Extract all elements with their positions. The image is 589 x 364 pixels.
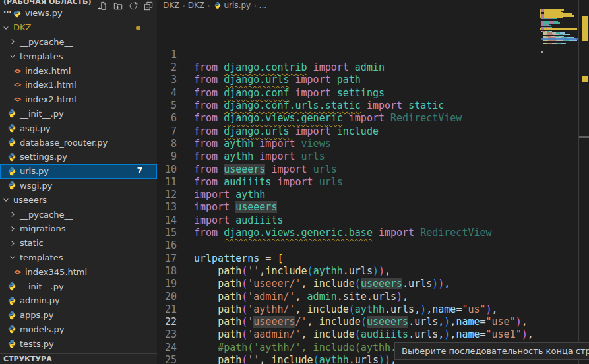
tree-item-apps-py[interactable]: apps.py <box>0 308 157 322</box>
breadcrumb-item[interactable]: urls.py <box>213 1 251 10</box>
collapse-all-icon[interactable] <box>144 1 153 11</box>
line-content: import audiiits <box>194 214 541 227</box>
code-line-4[interactable]: 4from django.conf import settings <box>157 87 541 100</box>
tree-item-label: __pycache__ <box>20 37 73 47</box>
line-content: import aythh <box>194 189 541 201</box>
line-content: from useeers import urls <box>194 164 541 176</box>
html-icon: <> <box>13 81 22 88</box>
editor-area: DKZ›DKZ›urls.py›... 12from django.contri… <box>157 0 589 364</box>
line-number: 14 <box>157 214 194 227</box>
tree-item-label: index.html <box>25 66 71 76</box>
tree-item-label: templates <box>20 253 63 262</box>
code-line-20[interactable]: 20 path('admin/', admin.site.urls), <box>157 291 541 303</box>
line-number: 6 <box>157 112 194 125</box>
code-line-2[interactable]: 2from django.contrib import admin <box>157 61 541 74</box>
line-number: 20 <box>157 291 194 303</box>
tree-item-migrations[interactable]: migrations <box>0 222 157 236</box>
modified-dot <box>136 26 140 30</box>
tree-item--pycache-[interactable]: __pycache__ <box>0 35 157 49</box>
tree-item-dkz[interactable]: DKZ <box>0 20 157 35</box>
tree-item-index345-html[interactable]: <>index345.html <box>0 264 157 279</box>
new-folder-icon[interactable] <box>113 1 123 11</box>
tree-item-urls-py[interactable]: urls.py7 <box>0 164 157 179</box>
indent-guide <box>199 228 199 364</box>
python-icon <box>7 138 16 147</box>
line-number: 8 <box>157 138 194 150</box>
python-icon <box>214 1 221 9</box>
tree-item-admin-py[interactable]: admin.py <box>0 293 157 308</box>
tree-item-label: tests.py <box>20 339 54 349</box>
breadcrumb: DKZ›DKZ›urls.py›... <box>157 0 589 11</box>
tree-item-index2-html[interactable]: <>index2.html <box>0 92 157 107</box>
tree-item--pycache-[interactable]: __pycache__ <box>0 207 157 222</box>
new-file-icon[interactable] <box>98 1 108 11</box>
line-content: from django.urls import path <box>194 74 541 86</box>
outline-section-header[interactable]: СТРУКТУРА <box>0 353 157 364</box>
refresh-icon[interactable] <box>129 1 138 11</box>
tree-item-settings-py[interactable]: settings.py <box>0 150 157 164</box>
tree-item-label: templates <box>20 51 63 61</box>
python-icon <box>7 339 16 348</box>
line-content: path('aadmin/', include(audiiits.urls,),… <box>194 328 541 341</box>
tree-item-index-html[interactable]: <>index.html <box>0 63 157 78</box>
code-line-22[interactable]: 22 path('useeers/', include(useeers.urls… <box>157 316 541 328</box>
line-number: 19 <box>157 278 194 290</box>
python-icon <box>7 167 16 176</box>
tree-item-asgi-py[interactable]: asgi.py <box>0 121 157 135</box>
breadcrumb-item[interactable]: DKZ <box>163 1 179 10</box>
tree-item-models-py[interactable]: models.py <box>0 322 157 337</box>
line-content <box>194 49 541 61</box>
code-line-19[interactable]: 19 path('useeer/', include(useeers.urls)… <box>157 278 541 290</box>
code-line-17[interactable]: 17urlpatterns = [ <box>157 253 541 265</box>
code-line-14[interactable]: 14import audiiits <box>157 214 541 227</box>
tree-item--init-py[interactable]: __init__.py <box>0 107 157 121</box>
code-editor[interactable]: 12from django.contrib import admin3from … <box>157 11 541 364</box>
line-number: 22 <box>157 316 194 328</box>
minimap-line <box>543 43 566 44</box>
code-line-6[interactable]: 6from django.views.generic import Redire… <box>157 112 541 125</box>
breadcrumb-separator: › <box>253 1 256 10</box>
code-line-3[interactable]: 3from django.urls import path <box>157 74 541 86</box>
line-number: 1 <box>157 49 194 61</box>
code-line-23[interactable]: 23 path('aadmin/', include(audiiits.urls… <box>157 328 541 341</box>
tree-item-static[interactable]: static <box>0 236 157 251</box>
breadcrumb-item[interactable]: ... <box>259 1 266 10</box>
problems-badge: 7 <box>137 166 142 175</box>
minimap-gutter-warning <box>540 16 541 18</box>
code-line-5[interactable]: 5from django.conf.urls.static import sta… <box>157 100 541 112</box>
code-lines: 12from django.contrib import admin3from … <box>157 49 541 364</box>
overview-ruler[interactable] <box>578 0 589 364</box>
code-line-18[interactable]: 18 path('',include(aythh.urls)), <box>157 265 541 278</box>
tree-item-wsgi-py[interactable]: wsgi.py <box>0 179 157 193</box>
workspace-title: (РАБОЧАЯ ОБЛАСТЬ) ... <box>3 0 98 15</box>
minimap[interactable] <box>541 0 578 364</box>
tree-item-tests-py[interactable]: tests.py <box>0 336 157 351</box>
tree-item-index1-html[interactable]: <>index1.html <box>0 78 157 92</box>
code-line-8[interactable]: 8from aythh import views <box>157 138 541 150</box>
code-line-1[interactable]: 1 <box>157 49 541 61</box>
breadcrumb-item[interactable]: DKZ <box>188 1 204 10</box>
line-content: from django.views.generic.base import Re… <box>194 227 541 239</box>
tree-item-templates[interactable]: templates <box>0 251 157 265</box>
code-line-15[interactable]: 15from django.views.generic.base import … <box>157 227 541 239</box>
python-icon <box>7 109 16 118</box>
tree-item-useeers[interactable]: useeers <box>0 193 157 207</box>
line-content: path('aythh/', include(aythh.urls,),name… <box>194 303 541 316</box>
line-number: 16 <box>157 239 194 252</box>
code-line-16[interactable]: 16 <box>157 239 541 252</box>
tree-item-label: database_roouter.py <box>20 138 108 148</box>
code-line-13[interactable]: 13import useeers <box>157 201 541 214</box>
code-line-7[interactable]: 7from django.urls import include <box>157 125 541 138</box>
python-icon <box>7 282 16 291</box>
code-line-9[interactable]: 9from aythh import urls <box>157 150 541 163</box>
minimap-current-line <box>541 38 578 40</box>
code-line-11[interactable]: 11from audiiits import urls <box>157 176 541 189</box>
tree-item-templates[interactable]: templates <box>0 49 157 63</box>
code-line-10[interactable]: 10from useeers import urls <box>157 164 541 176</box>
tree-item-database-roouter-py[interactable]: database_roouter.py <box>0 135 157 150</box>
tree-item-label: settings.py <box>20 152 67 162</box>
line-number: 10 <box>157 164 194 176</box>
tree-item--init-py[interactable]: __init__.py <box>0 279 157 293</box>
code-line-21[interactable]: 21 path('aythh/', include(aythh.urls,),n… <box>157 303 541 316</box>
code-line-12[interactable]: 12import aythh <box>157 189 541 201</box>
